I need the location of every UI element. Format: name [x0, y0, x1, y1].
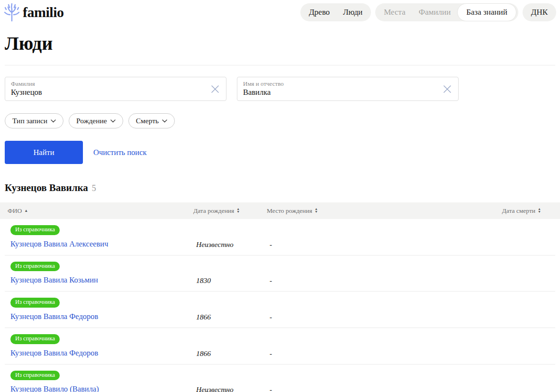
nav-group-knowledge: Места Фамилии База знаний — [375, 3, 518, 21]
title-divider — [5, 65, 555, 65]
birth-filter[interactable]: Рождение — [69, 113, 123, 128]
surname-field[interactable]: Фамилия Кузнецов — [5, 77, 226, 101]
given-name-field-label: Имя и отчество — [243, 80, 284, 88]
person-name-link[interactable]: Кузнецов Вавила Федоров — [10, 312, 98, 321]
table-row: Из справочника Кузнецов Вавила Алексееви… — [5, 219, 555, 255]
top-bar: familio Древо Люди Места Фамилии База зн… — [0, 0, 560, 22]
page-title: Люди — [5, 32, 555, 55]
familio-tree-icon — [4, 3, 20, 22]
person-name-link[interactable]: Кузнецов Вавила Федоров — [10, 348, 98, 358]
results-table: ФИО ▲ Дата рождения ▲▼ Место рождения ▲▼… — [0, 202, 560, 392]
surname-clear-icon[interactable] — [210, 84, 220, 94]
results-title: Кузнецов Вавилка — [5, 182, 88, 194]
person-name-link[interactable]: Кузнецов Вавило (Вавила) — [10, 384, 99, 392]
birth-place-cell: - — [270, 385, 423, 392]
search-button[interactable]: Найти — [5, 141, 83, 164]
person-cell: Из справочника Кузнецов Вавило (Вавила) — [10, 371, 196, 392]
table-row: Из справочника Кузнецов Вавила Федоров 1… — [5, 328, 555, 365]
clear-search-link[interactable]: Очистить поиск — [93, 148, 147, 157]
results-table-header: ФИО ▲ Дата рождения ▲▼ Место рождения ▲▼… — [0, 202, 560, 219]
sort-icon: ▲▼ — [538, 208, 541, 214]
from-directory-badge: Из справочника — [10, 298, 60, 308]
column-header-death-date[interactable]: Дата смерти ▲▼ — [427, 207, 541, 215]
nav-item-dna[interactable]: ДНК — [524, 3, 554, 21]
results-heading: Кузнецов Вавилка 5 — [5, 182, 555, 194]
nav-item-surnames[interactable]: Фамилии — [412, 3, 458, 21]
birth-place-cell: - — [270, 313, 423, 321]
sort-icon: ▲▼ — [315, 208, 318, 214]
table-row: Из справочника Кузнецов Вавила Козьмин 1… — [5, 255, 555, 292]
record-type-filter[interactable]: Тип записи — [5, 113, 63, 128]
from-directory-badge: Из справочника — [10, 371, 60, 381]
brand-logo[interactable]: familio — [4, 3, 64, 22]
sort-asc-icon: ▲ — [24, 209, 28, 213]
chevron-down-icon — [162, 119, 167, 123]
actions-row: Найти Очистить поиск — [5, 141, 555, 164]
people-search-page: Люди Фамилия Кузнецов Имя и отчество Вав… — [0, 32, 560, 392]
results-count: 5 — [92, 183, 96, 193]
person-cell: Из справочника Кузнецов Вавила Алексееви… — [10, 225, 196, 249]
birth-date-cell: 1866 — [196, 349, 270, 358]
nav-group-tree-people: Древо Люди — [300, 3, 371, 21]
nav-item-tree[interactable]: Древо — [302, 3, 336, 21]
column-header-name[interactable]: ФИО ▲ — [8, 207, 193, 215]
person-cell: Из справочника Кузнецов Вавила Козьмин — [10, 262, 196, 285]
birth-date-cell: 1866 — [196, 313, 270, 321]
column-header-birth-place[interactable]: Место рождения ▲▼ — [267, 207, 427, 215]
filters-row: Тип записи Рождение Смерть — [5, 113, 555, 128]
chevron-down-icon — [51, 119, 56, 123]
person-name-link[interactable]: Кузнецов Вавила Козьмин — [10, 275, 98, 285]
death-filter-label: Смерть — [136, 117, 159, 125]
person-cell: Из справочника Кузнецов Вавила Федоров — [10, 298, 196, 321]
search-fields-row: Фамилия Кузнецов Имя и отчество Вавилка — [5, 77, 555, 101]
column-header-birth-date[interactable]: Дата рождения ▲▼ — [193, 207, 267, 215]
nav-group-dna: ДНК — [523, 3, 556, 21]
person-name-link[interactable]: Кузнецов Вавила Алексеевич — [10, 239, 108, 249]
birth-place-cell: - — [270, 240, 423, 249]
chevron-down-icon — [110, 119, 116, 123]
birth-place-cell: - — [270, 349, 423, 358]
table-row: Из справочника Кузнецов Вавило (Вавила) … — [5, 365, 555, 392]
birth-place-cell: - — [270, 276, 423, 285]
given-name-clear-icon[interactable] — [442, 84, 452, 94]
record-type-filter-label: Тип записи — [12, 117, 47, 125]
death-filter[interactable]: Смерть — [128, 113, 175, 128]
person-cell: Из справочника Кузнецов Вавила Федоров — [10, 334, 196, 358]
given-name-field-value[interactable]: Вавилка — [243, 88, 284, 98]
nav-item-knowledge-base[interactable]: База знаний — [457, 3, 516, 21]
main-nav: Древо Люди Места Фамилии База знаний ДНК — [300, 3, 556, 21]
surname-field-value[interactable]: Кузнецов — [11, 88, 42, 98]
nav-item-people[interactable]: Люди — [336, 3, 369, 21]
birth-date-cell: 1830 — [196, 276, 270, 285]
birth-date-cell: Неизвестно — [196, 240, 270, 249]
brand-name: familio — [23, 4, 64, 20]
table-row: Из справочника Кузнецов Вавила Федоров 1… — [5, 292, 555, 328]
surname-field-label: Фамилия — [11, 80, 42, 88]
birth-date-cell: Неизвестно — [196, 385, 270, 392]
given-name-field[interactable]: Имя и отчество Вавилка — [237, 77, 459, 101]
nav-item-places[interactable]: Места — [377, 3, 412, 21]
results-table-body: Из справочника Кузнецов Вавила Алексееви… — [0, 219, 560, 392]
from-directory-badge: Из справочника — [10, 225, 60, 235]
from-directory-badge: Из справочника — [10, 262, 60, 272]
birth-filter-label: Рождение — [76, 117, 107, 125]
from-directory-badge: Из справочника — [10, 334, 60, 344]
sort-icon: ▲▼ — [236, 208, 240, 214]
